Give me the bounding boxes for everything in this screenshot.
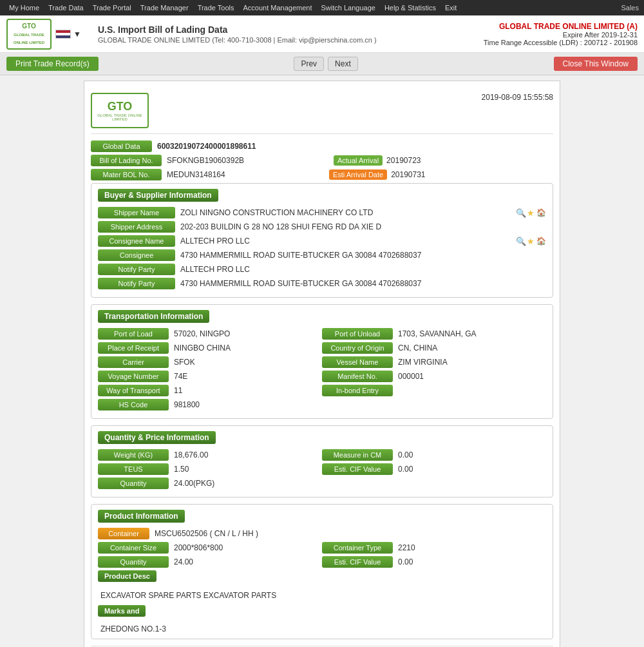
product-desc-title: Product Desc: [98, 570, 156, 582]
flag-area: ▼: [55, 30, 81, 39]
manifest-value: 000001: [398, 372, 546, 381]
way-transport-row: Way of Transport 11 In-bond Entry: [98, 385, 546, 396]
teus-value: 1.50: [174, 465, 322, 474]
master-bol-row: Mater BOL No. MEDUN3148164 Esti Arrival …: [91, 169, 553, 180]
product-title: Product Information: [98, 510, 185, 523]
port-unload-label: Port of Unload: [322, 328, 393, 340]
place-receipt-value: NINGBO CHINA: [174, 343, 322, 352]
consignee-name-label: Consignee Name: [98, 235, 175, 247]
transport-title: Transportation Information: [98, 310, 209, 323]
nav-tradedata[interactable]: Trade Data: [44, 0, 88, 15]
next-button-top[interactable]: Next: [328, 57, 358, 71]
close-button-top[interactable]: Close This Window: [554, 57, 638, 71]
notify-party-label: Notify Party: [98, 264, 175, 275]
esti-cif-label: Esti. CIF Value: [322, 463, 393, 475]
buyer-supplier-title: Buyer & Supplier Information: [98, 189, 218, 202]
actual-arrival-value: 20190723: [386, 156, 553, 165]
esti-arrival-badge: Esti Arrival Date: [329, 169, 387, 180]
bol-row: Bill of Lading No. SFOKNGB19060392B Actu…: [91, 155, 553, 166]
esti-cif-value: 0.00: [398, 465, 546, 474]
measure-label: Measure in CM: [322, 449, 393, 461]
qty-row: Quantity 24.00(PKG): [98, 478, 546, 489]
vessel-name-value: ZIM VIRGINIA: [398, 358, 546, 367]
marks-value: ZHEDONG NO.1-3: [98, 624, 546, 633]
shipper-search-icon[interactable]: 🔍: [516, 208, 525, 217]
nav-exit[interactable]: Exit: [441, 0, 460, 15]
quantity-section: Quantity & Price Information Weight (KG)…: [91, 425, 553, 497]
consignee-name-row: Consignee Name ALLTECH PRO LLC 🔍 ★ 🏠: [98, 235, 546, 247]
way-transport-value: 11: [174, 386, 322, 395]
measure-value: 0.00: [398, 450, 546, 459]
nav-help[interactable]: Help & Statistics: [381, 0, 440, 15]
product-qty-row: Quantity 24.00 Esti. CIF Value 0.00: [98, 556, 546, 568]
global-data-value: 60032019072400001898611: [157, 142, 553, 151]
actual-arrival-badge: Actual Arrival: [334, 155, 383, 166]
product-desc-value: EXCAVATOR SPARE PARTS EXCAVATOR PARTS: [98, 591, 546, 600]
shipper-star-icon[interactable]: ★: [527, 208, 535, 218]
weight-label: Weight (KG): [98, 449, 169, 461]
consignee-search-icon[interactable]: 🔍: [516, 237, 525, 246]
product-section: Product Information Container MSCU650250…: [91, 504, 553, 639]
container-label: Container: [98, 528, 149, 539]
doc-header: GTO GLOBAL TRADE ONLINE LIMITED 2019-08-…: [91, 88, 553, 134]
carrier-value: SFOK: [174, 358, 322, 367]
consignee-row: Consignee 4730 HAMMERMILL ROAD SUITE-BTU…: [98, 249, 546, 261]
nav-tradetools[interactable]: Trade Tools: [194, 0, 238, 15]
vessel-name-label: Vessel Name: [322, 356, 393, 368]
container-size-row: Container Size 2000*806*800 Container Ty…: [98, 542, 546, 554]
notify-party2-row: Notify Party 4730 HAMMERMILL ROAD SUITE-…: [98, 278, 546, 289]
container-value: MSCU6502506 ( CN / L / HH ): [155, 529, 546, 538]
shipper-address-label: Shipper Address: [98, 221, 175, 233]
product-esti-cif-value: 0.00: [398, 557, 546, 566]
marks-title: Marks and: [98, 605, 146, 617]
nav-myhome[interactable]: My Home: [5, 0, 43, 15]
logo-text: GTOGLOBAL TRADE ONLINE LIMITED: [8, 23, 50, 46]
page-title: U.S. Import Bill of Lading Data: [98, 24, 484, 35]
container-type-value: 2210: [398, 543, 546, 552]
nav-language[interactable]: Switch Language: [317, 0, 379, 15]
nav-account[interactable]: Account Management: [240, 0, 316, 15]
product-quantity-value: 24.00: [174, 557, 322, 566]
shipper-home-icon[interactable]: 🏠: [536, 208, 546, 217]
quantity-value: 24.00(PKG): [174, 479, 546, 488]
notify-party2-label: Notify Party: [98, 278, 175, 289]
consignee-home-icon[interactable]: 🏠: [536, 237, 546, 246]
manifest-label: Manifest No.: [322, 371, 393, 382]
country-origin-label: Country of Origin: [322, 342, 393, 354]
port-load-label: Port of Load: [98, 328, 169, 340]
carrier-row: Carrier SFOK Vessel Name ZIM VIRGINIA: [98, 356, 546, 368]
shipper-address-value: 202-203 BUILDIN G 28 NO 128 SHUI FENG RD…: [180, 222, 546, 231]
shipper-name-value: ZOLI NINGNO CONSTRUCTION MACHINERY CO LT…: [180, 208, 512, 217]
container-size-value: 2000*806*800: [174, 543, 322, 552]
global-data-label: Global Data: [91, 140, 152, 152]
print-button-top[interactable]: Print Trade Record(s): [6, 57, 99, 71]
inbond-label: In-bond Entry: [322, 385, 393, 396]
consignee-name-value: ALLTECH PRO LLC: [180, 237, 512, 246]
notify-party2-value: 4730 HAMMERMILL ROAD SUITE-BTUCKER GA 30…: [180, 279, 546, 288]
way-transport-label: Way of Transport: [98, 385, 169, 396]
nav-trademanager[interactable]: Trade Manager: [137, 0, 193, 15]
notify-party-value: ALLTECH PRO LLC: [180, 265, 546, 274]
prev-button-top[interactable]: Prev: [294, 57, 324, 71]
product-esti-cif-label: Esti. CIF Value: [322, 556, 393, 568]
transport-section: Transportation Information Port of Load …: [91, 304, 553, 419]
consignee-value: 4730 HAMMERMILL ROAD SUITE-BTUCKER GA 30…: [180, 251, 546, 260]
port-load-row: Port of Load 57020, NINGPO Port of Unloa…: [98, 328, 546, 340]
bol-label: Bill of Lading No.: [91, 155, 162, 166]
quantity-title: Quantity & Price Information: [98, 431, 216, 444]
buyer-supplier-section: Buyer & Supplier Information Shipper Nam…: [91, 183, 553, 298]
header-subtitle: GLOBAL TRADE ONLINE LIMITED (Tel: 400-71…: [98, 36, 484, 44]
nav-tradeportal[interactable]: Trade Portal: [89, 0, 135, 15]
header-account-info: GLOBAL TRADE ONLINE LIMITED (A) Expire A…: [484, 22, 638, 46]
weight-value: 18,676.00: [174, 450, 322, 459]
nav-sales: Sales: [621, 4, 639, 12]
consignee-label: Consignee: [98, 249, 175, 261]
consignee-star-icon[interactable]: ★: [527, 237, 535, 246]
doc-logo: GTO GLOBAL TRADE ONLINE LIMITED: [91, 93, 149, 128]
shipper-name-row: Shipper Name ZOLI NINGNO CONSTRUCTION MA…: [98, 207, 546, 218]
voyage-label: Voyage Number: [98, 371, 169, 382]
shipper-name-label: Shipper Name: [98, 207, 175, 218]
product-quantity-label: Quantity: [98, 556, 169, 568]
shipper-address-row: Shipper Address 202-203 BUILDIN G 28 NO …: [98, 221, 546, 233]
hs-code-value: 981800: [174, 400, 546, 409]
